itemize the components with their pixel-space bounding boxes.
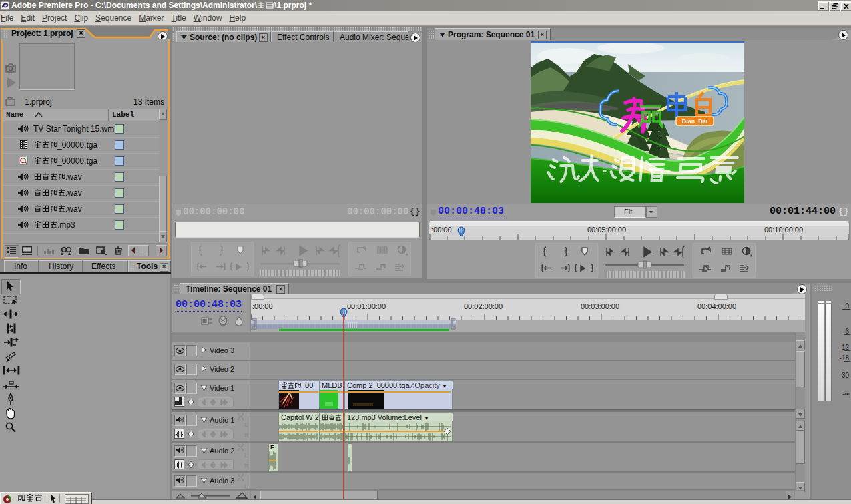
svg-text:-18: -18 — [840, 354, 850, 362]
svg-text:00:05;00:00: 00:05;00:00 — [587, 226, 626, 234]
svg-text:00:03:00:00: 00:03:00:00 — [581, 302, 619, 310]
svg-text:00:01:00:00: 00:01:00:00 — [347, 302, 386, 310]
svg-text::00:00: :00:00 — [252, 302, 273, 310]
svg-text:-∞: -∞ — [843, 390, 850, 397]
svg-text::00:00: :00:00 — [431, 226, 452, 234]
svg-text:0: 0 — [845, 302, 849, 310]
svg-text:Dian Bai: Dian Bai — [682, 118, 708, 125]
svg-text:-6: -6 — [843, 328, 849, 335]
svg-text:00:10;00:00: 00:10;00:00 — [764, 226, 803, 234]
svg-text:00:04:00:00: 00:04:00:00 — [697, 302, 736, 310]
svg-text:00:02:00:00: 00:02:00:00 — [464, 302, 503, 310]
svg-text:-30: -30 — [840, 372, 850, 379]
svg-text:-12: -12 — [840, 344, 850, 351]
